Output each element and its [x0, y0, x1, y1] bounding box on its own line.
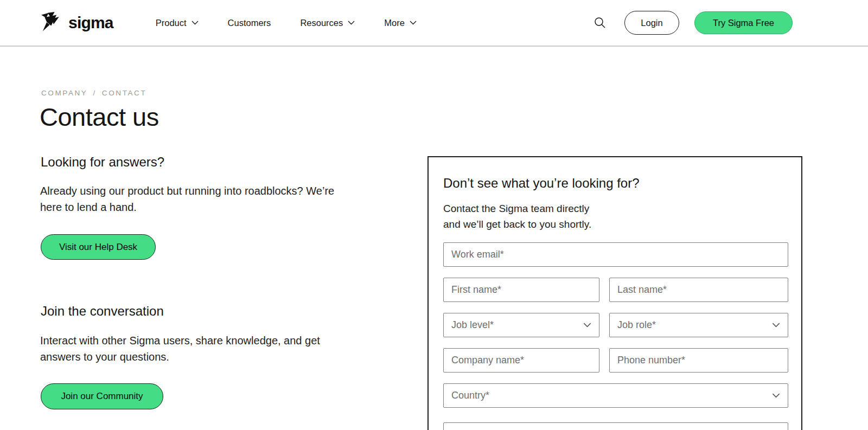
login-button[interactable]: Login	[624, 11, 679, 35]
chevron-down-icon	[410, 21, 417, 25]
nav-item-resources[interactable]: Resources	[300, 18, 355, 28]
breadcrumb-separator: /	[93, 89, 96, 97]
nav-item-label: Resources	[300, 18, 343, 28]
last-name-field[interactable]	[609, 278, 788, 302]
phone-number-field[interactable]	[609, 348, 788, 373]
company-name-field[interactable]	[443, 348, 599, 373]
sigma-wordmark: sigma	[68, 14, 113, 32]
job-role-select[interactable]: Job role*	[609, 313, 788, 337]
contact-form-subtext-line: and we’ll get back to you shortly.	[443, 216, 788, 232]
contact-form-heading: Don’t see what you’re looking for?	[443, 176, 788, 191]
help-text-line: here to lend a hand.	[40, 200, 334, 216]
nav-item-more[interactable]: More	[384, 18, 417, 28]
first-name-field[interactable]	[443, 278, 599, 302]
nav-item-label: Customers	[228, 18, 271, 28]
community-text-line: answers to your questions.	[40, 349, 320, 365]
visit-help-desk-button[interactable]: Visit our Help Desk	[41, 234, 156, 260]
contact-form: Job level* Job role* Country*	[443, 242, 788, 430]
job-level-placeholder: Job level*	[451, 319, 494, 331]
sigma-logo[interactable]: sigma	[41, 12, 113, 34]
job-level-select[interactable]: Job level*	[443, 313, 599, 337]
contact-form-subtext: Contact the Sigma team directly and we’l…	[443, 201, 788, 232]
nav-item-customers[interactable]: Customers	[228, 18, 271, 28]
chevron-down-icon	[192, 21, 199, 25]
country-placeholder: Country*	[451, 390, 489, 401]
nav-item-product[interactable]: Product	[156, 18, 199, 28]
header-actions: Login Try Sigma Free	[594, 11, 793, 35]
help-section-heading: Looking for answers?	[41, 155, 164, 170]
work-email-field[interactable]	[443, 242, 788, 267]
contact-form-subtext-line: Contact the Sigma team directly	[443, 201, 788, 216]
help-section-text: Already using our product but running in…	[40, 183, 334, 215]
chevron-down-icon	[772, 393, 780, 398]
chevron-down-icon	[772, 323, 780, 328]
job-role-placeholder: Job role*	[617, 319, 656, 331]
nav-item-label: Product	[156, 18, 187, 28]
community-section-text: Interact with other Sigma users, share k…	[40, 333, 320, 365]
try-sigma-free-button[interactable]: Try Sigma Free	[694, 11, 793, 34]
community-section-heading: Join the conversation	[41, 304, 164, 319]
community-text-line: Interact with other Sigma users, share k…	[40, 333, 320, 349]
chevron-down-icon	[583, 323, 591, 328]
breadcrumb: COMPANY / CONTACT	[41, 89, 146, 97]
search-icon[interactable]	[594, 16, 607, 29]
breadcrumb-company[interactable]: COMPANY	[41, 89, 87, 97]
main-nav: Product Customers Resources More	[156, 18, 417, 28]
contact-page: sigma Product Customers Resources More	[0, 0, 868, 430]
contact-form-card: Don’t see what you’re looking for? Conta…	[427, 156, 802, 430]
top-navigation-bar: sigma Product Customers Resources More	[0, 0, 868, 47]
help-text-line: Already using our product but running in…	[40, 183, 334, 200]
chevron-down-icon	[348, 21, 355, 25]
sigma-bird-icon	[41, 12, 65, 34]
join-community-button[interactable]: Join our Community	[41, 383, 163, 409]
page-title: Contact us	[40, 102, 159, 132]
breadcrumb-contact[interactable]: CONTACT	[102, 89, 146, 97]
partial-bottom-field[interactable]	[443, 422, 788, 430]
nav-item-label: More	[384, 18, 405, 28]
country-select[interactable]: Country*	[443, 383, 788, 408]
